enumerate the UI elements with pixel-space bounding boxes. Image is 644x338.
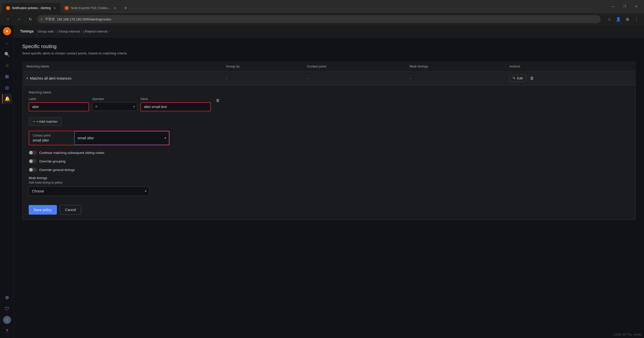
policy-edit-area: Matching labels Label (22, 85, 636, 220)
browser-actions: ☆ 👤 ⊞ ⋮ (606, 16, 640, 23)
bell-icon: 🔔 (5, 96, 10, 102)
label-field-group: Label (29, 97, 89, 111)
sidebar-item-search[interactable]: 🔍 (2, 49, 12, 59)
maximize-button[interactable]: ❐ (619, 3, 630, 11)
label-input[interactable] (29, 102, 89, 111)
matching-labels-section-label: Matching labels (29, 90, 629, 94)
main-content: Timings Group wait: - | Group interval: … (14, 25, 644, 338)
trash-icon: 🗑 (530, 76, 534, 80)
gear-icon: ⚙ (5, 295, 9, 300)
svg-point-1 (6, 30, 8, 32)
sidebar-item-help[interactable]: ? (2, 326, 12, 336)
app-container: › 🔍 ☆ ⊞ ◎ 🔔 ⚙ 🛡 👤 ? (0, 25, 644, 338)
override-grouping-toggle[interactable] (29, 159, 37, 163)
group-by-cell: - (222, 72, 303, 85)
value-field-group: Value (140, 97, 211, 111)
sidebar-item-starred[interactable]: ☆ (2, 60, 12, 71)
sidebar-item-alerting[interactable]: 🔔 (2, 94, 12, 104)
forward-button[interactable]: › (15, 15, 23, 23)
sidebar-item-avatar[interactable]: 👤 (2, 315, 12, 325)
delete-matcher-button[interactable]: 🗑 (214, 97, 222, 104)
tab-bar: Notification policies - Alerting ✕ Node … (2, 0, 130, 13)
extensions-button[interactable]: ⊞ (624, 16, 631, 23)
sidebar-item-admin[interactable]: ⚙ (2, 293, 12, 303)
contact-point-label-cell: Contact point email alter (29, 131, 74, 145)
operator-field-label: Operator (92, 97, 137, 101)
contact-point-value: email alter (33, 138, 71, 142)
operator-wrapper: = != =~ !~ ▾ (92, 102, 137, 111)
mute-timings-sublabel: Add mute timing to policy (29, 181, 629, 184)
table-row: ▾ Matches all alert instances - - - ✎ E (22, 72, 636, 85)
browser-chrome: Notification policies - Alerting ✕ Node … (0, 0, 644, 25)
edit-icon: ✎ (513, 76, 515, 80)
new-tab-button[interactable]: + (121, 4, 130, 13)
mute-timings-cell: - (406, 72, 505, 85)
dashboards-icon: ⊞ (5, 74, 9, 79)
delete-button[interactable]: 🗑 (528, 75, 536, 82)
matches-all-label: Matches all alert instances (30, 76, 71, 80)
col-contact-point: Contact point (303, 61, 406, 72)
shield-icon: 🛡 (5, 306, 9, 312)
routing-section: Specific routing Send specific alerts to… (14, 38, 644, 226)
matcher-row: Label Operator = (29, 97, 629, 111)
reload-button[interactable]: ↻ (26, 15, 34, 23)
plus-icon: + (33, 120, 35, 123)
avatar: 👤 (3, 316, 11, 324)
add-matcher-button[interactable]: + + Add matcher (29, 117, 62, 126)
trash-matcher-icon: 🗑 (216, 98, 220, 103)
timings-value: Group wait: - | Group interval: - | Repe… (37, 29, 110, 33)
contact-point-wrapper: Contact point email alter email alter ▾ (29, 131, 170, 145)
browser-titlebar: Notification policies - Alerting ✕ Node … (0, 0, 644, 13)
tab-2-close[interactable]: ✕ (113, 6, 117, 10)
back-button[interactable]: ‹ (4, 15, 12, 23)
address-bar[interactable]: ⚠ 不安全 192.168.178.150:3000/alerting/rout… (37, 15, 601, 23)
profile-button[interactable]: 👤 (615, 16, 622, 23)
tab-2[interactable]: Node Exporter Full | Grafana |... ✕ (61, 3, 121, 13)
chevron-down-icon[interactable]: ▾ (26, 77, 28, 80)
continue-matching-row: Continue matching subsequent sibling nod… (29, 150, 629, 155)
override-grouping-label: Override grouping (39, 159, 65, 163)
mute-select-wrap: Choose ▾ (29, 186, 149, 196)
browser-nav: ‹ › ↻ ⚠ 不安全 192.168.178.150:3000/alertin… (0, 13, 644, 25)
col-matching-labels: Matching labels (22, 61, 222, 72)
grafana-logo[interactable] (3, 27, 11, 35)
override-timings-section: Override general timings (29, 167, 629, 172)
contact-point-select[interactable]: email alter (74, 131, 169, 145)
sidebar-item-shield[interactable]: 🛡 (2, 304, 12, 314)
sidebar-item-dashboards[interactable]: ⊞ (2, 72, 12, 82)
contact-point-cell: - (303, 72, 406, 85)
sidebar-bottom: ⚙ 🛡 👤 ? (2, 293, 12, 336)
policy-table: Matching labels Group by Contact point M… (22, 61, 636, 220)
explore-icon: ◎ (5, 85, 9, 90)
timings-bar: Timings Group wait: - | Group interval: … (14, 25, 644, 38)
operator-select[interactable]: = != =~ !~ (92, 102, 137, 111)
watermark: CSDN @TTRy_Harder (614, 333, 642, 336)
bookmark-button[interactable]: ☆ (606, 16, 613, 23)
continue-matching-toggle[interactable] (29, 150, 37, 155)
tab-1-close[interactable]: ✕ (53, 6, 57, 10)
close-button[interactable]: ✕ (630, 3, 642, 11)
value-input[interactable] (140, 102, 211, 111)
minimize-button[interactable]: — (607, 3, 619, 11)
tab-1-favicon (6, 6, 10, 10)
help-icon: ? (6, 328, 8, 334)
override-timings-toggle[interactable] (29, 167, 37, 172)
sidebar-item-explore[interactable]: ◎ (2, 83, 12, 93)
actions-cell: ✎ Edit 🗑 (509, 75, 632, 82)
expanded-edit-row: Matching labels Label (22, 85, 636, 220)
edit-button[interactable]: ✎ Edit (509, 75, 526, 82)
mute-timings-select[interactable]: Choose (29, 186, 149, 196)
operator-field-group: Operator = != =~ !~ (92, 97, 137, 111)
col-group-by: Group by (222, 61, 303, 72)
bottom-buttons: Save policy Cancel (29, 202, 629, 215)
sidebar-collapse-button[interactable]: › (5, 38, 10, 48)
col-actions: Actions (505, 61, 636, 72)
override-grouping-row: Override grouping (29, 159, 629, 163)
save-policy-button[interactable]: Save policy (29, 205, 57, 215)
more-button[interactable]: ⋮ (633, 16, 640, 23)
cancel-button[interactable]: Cancel (60, 205, 82, 215)
tab-1[interactable]: Notification policies - Alerting ✕ (2, 3, 61, 13)
address-text: 192.168.178.150:3000/alerting/routes (57, 17, 111, 21)
tab-1-title: Notification policies - Alerting (12, 6, 51, 10)
security-icon: ⚠ (40, 17, 43, 21)
